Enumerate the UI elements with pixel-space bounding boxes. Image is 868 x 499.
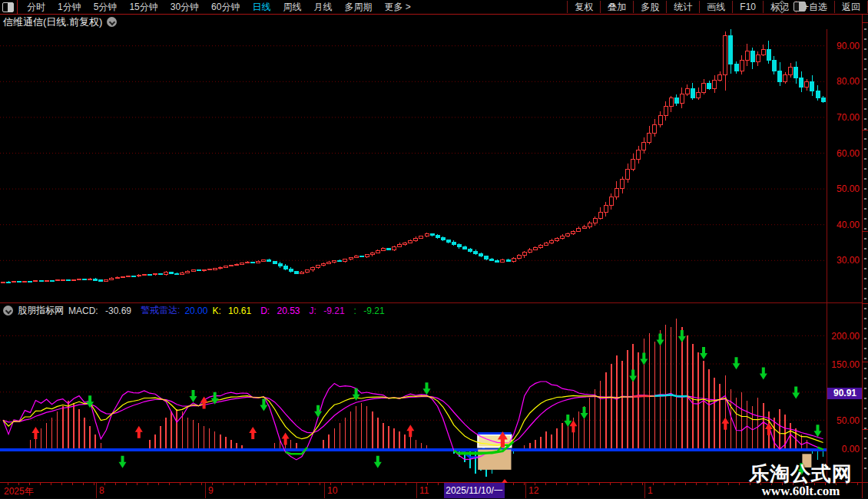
minor-tick bbox=[277, 483, 277, 485]
split-pane-icon[interactable] bbox=[793, 2, 806, 12]
strip-glyph-fragment bbox=[864, 128, 866, 130]
date-label-12: 12 bbox=[528, 485, 538, 496]
minor-tick bbox=[524, 483, 525, 485]
date-label-1: 1 bbox=[648, 485, 653, 496]
period-tab-5[interactable]: 60分钟 bbox=[205, 1, 246, 14]
price-tick: 80.00 bbox=[837, 76, 860, 87]
month-separator bbox=[525, 483, 526, 498]
strip-glyph-fragment bbox=[864, 308, 866, 309]
strip-glyph-fragment bbox=[864, 438, 866, 439]
minor-tick bbox=[255, 483, 256, 485]
toolbar-button-2[interactable]: 多股 bbox=[633, 1, 666, 13]
strip-divider bbox=[863, 303, 868, 304]
period-tab-1[interactable]: 1分钟 bbox=[51, 1, 88, 14]
strip-glyph-fragment bbox=[864, 388, 866, 389]
period-tab-7[interactable]: 周线 bbox=[277, 1, 307, 14]
minor-tick bbox=[309, 483, 310, 485]
indicator-tick: 50.00 bbox=[837, 415, 860, 426]
top-toolbar: 分时1分钟5分钟15分钟30分钟60分钟日线周线月线多周期更多 > 复权叠加多股… bbox=[0, 0, 868, 15]
strip-glyph-fragment bbox=[864, 148, 866, 150]
j-value: J: -9.21 bbox=[310, 306, 350, 316]
strip-glyph-fragment bbox=[864, 268, 866, 269]
strip-glyph-fragment bbox=[864, 228, 866, 230]
minor-tick bbox=[341, 483, 342, 485]
minor-tick bbox=[653, 483, 654, 485]
strip-glyph-fragment bbox=[864, 318, 866, 319]
indicator-axis: 200.00150.0050.000.0090.91 bbox=[827, 302, 863, 483]
minor-tick bbox=[223, 483, 224, 485]
period-tab-8[interactable]: 月线 bbox=[307, 1, 338, 14]
minor-tick bbox=[244, 483, 245, 485]
period-tab-3[interactable]: 15分钟 bbox=[123, 1, 164, 14]
minor-tick bbox=[373, 483, 374, 485]
period-tab-2[interactable]: 5分钟 bbox=[88, 1, 124, 14]
strip-glyph-fragment bbox=[864, 448, 866, 449]
strip-glyph-fragment bbox=[864, 328, 866, 329]
period-tab-10[interactable]: 更多 > bbox=[378, 1, 416, 14]
month-separator bbox=[324, 483, 325, 498]
toolbar-divider bbox=[17, 0, 18, 14]
strip-glyph-fragment bbox=[864, 48, 866, 50]
minor-tick bbox=[104, 483, 105, 485]
strip-glyph-fragment bbox=[864, 58, 866, 60]
date-label-11: 11 bbox=[419, 485, 429, 496]
period-tab-6[interactable]: 日线 bbox=[246, 1, 277, 14]
strip-glyph-fragment bbox=[864, 138, 866, 140]
minor-tick bbox=[556, 483, 557, 485]
indicator-tick: 150.00 bbox=[831, 359, 860, 370]
k-value: K: 10.61 bbox=[212, 306, 256, 316]
strip-glyph-fragment bbox=[864, 408, 866, 409]
minor-tick bbox=[320, 483, 320, 485]
toolbar-button-8[interactable]: 返回 bbox=[834, 1, 868, 13]
main-candle-chart[interactable] bbox=[0, 29, 827, 302]
strip-glyph-fragment bbox=[864, 458, 866, 459]
minor-tick bbox=[438, 483, 439, 485]
indicator-name[interactable]: 股朋指标网 bbox=[18, 304, 64, 317]
period-tab-4[interactable]: 30分钟 bbox=[164, 1, 205, 14]
minor-tick bbox=[642, 483, 643, 485]
strip-glyph-fragment bbox=[864, 28, 866, 30]
indicator-chart[interactable] bbox=[0, 317, 827, 482]
minor-tick bbox=[234, 483, 234, 485]
date-label-9: 9 bbox=[208, 485, 214, 496]
minor-tick bbox=[352, 483, 353, 485]
strip-glyph-fragment bbox=[864, 348, 866, 349]
minor-tick bbox=[610, 483, 611, 485]
toolbar-button-5[interactable]: F10 bbox=[732, 1, 763, 13]
minor-tick bbox=[287, 483, 288, 485]
strip-glyph-fragment bbox=[864, 398, 866, 399]
strip-glyph-fragment bbox=[864, 298, 866, 299]
minor-tick bbox=[685, 483, 686, 485]
toolbar-button-3[interactable]: 统计 bbox=[666, 1, 699, 13]
strip-glyph-fragment bbox=[864, 378, 866, 379]
strip-glyph-fragment bbox=[864, 168, 866, 170]
period-tab-9[interactable]: 多周期 bbox=[338, 1, 378, 14]
minor-tick bbox=[599, 483, 600, 485]
toolbar-button-1[interactable]: 叠加 bbox=[600, 1, 633, 13]
price-tick: 40.00 bbox=[837, 220, 860, 230]
strip-divider bbox=[863, 482, 868, 483]
strip-divider bbox=[863, 22, 868, 23]
title-bar: 信维通信(日线.前复权) bbox=[0, 15, 862, 29]
chevron-down-icon[interactable] bbox=[107, 17, 117, 27]
price-tick: 30.00 bbox=[837, 255, 860, 266]
stock-title: 信维通信(日线.前复权) bbox=[3, 15, 102, 29]
strip-divider bbox=[863, 130, 868, 131]
right-sidebar-strip[interactable] bbox=[862, 15, 868, 499]
indicator-collapse-icon[interactable] bbox=[3, 306, 13, 316]
minor-tick bbox=[72, 483, 73, 485]
date-label-10: 10 bbox=[327, 485, 337, 496]
period-tab-0[interactable]: 分时 bbox=[21, 1, 51, 14]
minor-tick bbox=[266, 483, 267, 485]
strip-glyph-fragment bbox=[864, 118, 866, 120]
app-panel-icon[interactable] bbox=[2, 2, 14, 12]
strip-glyph-fragment bbox=[864, 238, 866, 240]
toolbar-button-0[interactable]: 复权 bbox=[567, 1, 600, 13]
topbar-left: 分时1分钟5分钟15分钟30分钟60分钟日线周线月线多周期更多 > bbox=[21, 0, 417, 14]
strip-glyph-fragment bbox=[864, 108, 866, 110]
minor-tick bbox=[180, 483, 181, 485]
diamond-icon[interactable] bbox=[776, 0, 789, 13]
minor-tick bbox=[857, 483, 858, 485]
strip-glyph-fragment bbox=[864, 158, 866, 160]
toolbar-button-4[interactable]: 画线 bbox=[699, 1, 732, 13]
